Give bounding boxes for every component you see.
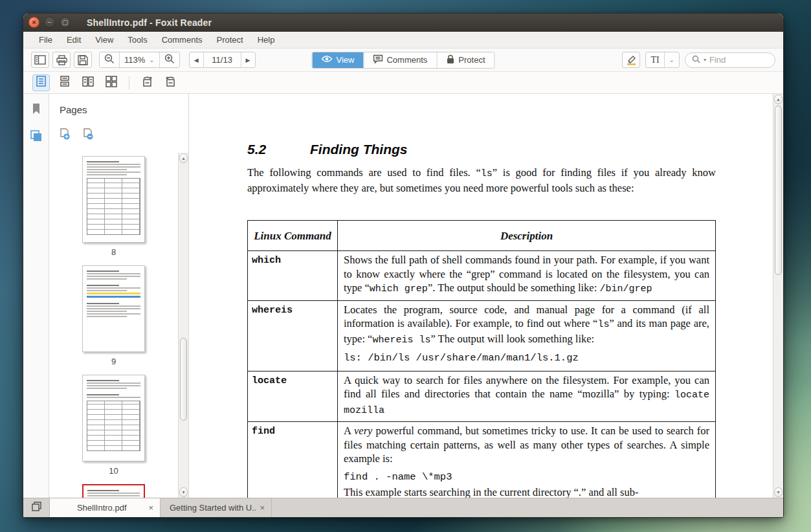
rotate-left-icon [164,76,177,89]
column-header-command: Linux Command [248,221,338,251]
thumbnail-preview [82,156,145,243]
description-cell: Shows the full path of shell commands fo… [338,251,716,301]
previous-page-button[interactable]: ◀ [190,52,203,67]
menu-comments[interactable]: Comments [156,33,208,47]
tab-comments-label: Comments [386,55,427,65]
document-tab-shellintro[interactable]: ShellIntro.pdf × [49,498,161,517]
description-paragraph: A quick way to search for files anywhere… [344,373,709,418]
document-tabbar: ShellIntro.pdf × Getting Started with U.… [23,498,783,517]
close-tab-icon[interactable]: × [148,503,153,513]
bookmarks-panel-button[interactable] [32,103,41,117]
pages-panel-button[interactable] [30,130,42,144]
table-row: locateA quick way to search for files an… [248,371,716,422]
app-window: × − ▢ ShellIntro.pdf - Foxit Reader File… [23,13,784,518]
main-toolbar: 113% ⌄ ◀ 11/13 ▶ [23,49,783,72]
scroll-up-arrow-icon[interactable]: ▲ [179,153,188,163]
toggle-sidebar-button[interactable] [31,52,49,68]
scroll-up-arrow-icon[interactable]: ▲ [774,94,783,104]
thumbnail-page-11-current[interactable] [82,484,145,498]
document-view[interactable]: 5.2 Finding Things The following command… [189,94,783,498]
search-options-chevron-icon: ▾ [704,58,706,63]
text-select-dropdown[interactable]: ⌄ [664,52,679,67]
minimize-window-button[interactable]: − [44,17,55,28]
thumbnail-page-10[interactable]: 10 [82,375,145,476]
enlarge-page-icon [60,131,71,142]
pages-panel-tools [49,115,188,143]
single-page-icon [36,76,46,89]
find-box[interactable]: ▾ [685,52,775,68]
zoom-level-select[interactable]: 113% ⌄ [119,52,159,67]
section-number: 5.2 [247,142,310,157]
continuous-facing-view-button[interactable] [102,74,120,91]
sidebar-scrollbar-thumb[interactable] [180,338,187,421]
command-cell: which [248,251,338,301]
find-input[interactable] [709,55,764,65]
rotate-right-button[interactable] [139,74,156,91]
menu-tools[interactable]: Tools [122,33,153,47]
intro-paragraph: The following commands are used to find … [247,166,716,195]
description-paragraph: This example starts searching in the cur… [344,485,709,498]
thumbnail-page-number: 10 [109,466,118,476]
document-tab-getting-started[interactable]: Getting Started with U... × [161,498,272,517]
menubar: File Edit View Tools Comments Protect He… [23,32,783,49]
scroll-down-arrow-icon[interactable]: ▼ [774,487,783,497]
zoom-control: 113% ⌄ [99,52,180,68]
next-page-icon: ▶ [246,57,250,63]
print-button[interactable] [52,52,71,68]
single-page-view-button[interactable] [32,74,50,91]
reduce-thumbnails-button[interactable] [83,128,94,143]
titlebar[interactable]: × − ▢ ShellIntro.pdf - Foxit Reader [23,14,783,32]
enlarge-thumbnails-button[interactable] [60,128,71,143]
rotate-left-button[interactable] [162,74,179,91]
menu-protect[interactable]: Protect [211,33,249,47]
printer-icon [56,55,67,65]
menu-help[interactable]: Help [252,33,281,47]
thumbnail-page-9[interactable]: 9 [82,265,145,366]
code-line: ls: /bin/ls /usr/share/man/man1/ls.1.gz [344,351,709,366]
page-indicator[interactable]: 11/13 [203,52,241,67]
table-row: whichShows the full path of shell comman… [248,251,716,301]
document-scrollbar-thumb[interactable] [775,105,782,275]
tab-protect[interactable]: Protect [436,52,494,68]
thumbnail-preview [82,265,145,352]
multi-window-button[interactable] [23,498,49,517]
menu-file[interactable]: File [33,33,58,47]
sidebar-scrollbar[interactable]: ▲ ▼ [178,153,188,498]
description-paragraph: Shows the full path of shell commands fo… [344,253,709,296]
continuous-pages-icon [60,76,70,90]
menu-view[interactable]: View [89,33,119,47]
description-cell: A very powerful command, but sometimes t… [338,422,716,498]
tab-view[interactable]: View [313,52,364,68]
navigation-icon-strip [23,94,49,498]
save-button[interactable] [74,52,92,68]
close-window-button[interactable]: × [28,17,39,28]
close-tab-icon[interactable]: × [260,503,265,513]
rotate-right-icon [141,76,153,89]
pages-icon [30,133,42,144]
maximize-window-button[interactable]: ▢ [60,17,71,28]
scroll-down-arrow-icon[interactable]: ▼ [179,487,188,497]
document-scrollbar[interactable]: ▲ ▼ [773,94,783,498]
zoom-level-value: 113% [124,55,145,65]
description-paragraph: Locates the program, source code, and ma… [344,303,709,348]
lock-icon [446,54,454,66]
zoom-out-button[interactable] [100,52,119,67]
command-cell: whereis [248,300,338,371]
next-page-button[interactable]: ▶ [241,52,255,67]
text-select-button[interactable]: TI [646,52,663,67]
continuous-view-button[interactable] [56,74,73,91]
thumbnail-page-8[interactable]: 8 [82,156,145,257]
zoom-in-button[interactable] [159,52,179,67]
view-mode-toolbar [23,72,783,94]
previous-page-icon: ◀ [194,57,199,63]
menu-edit[interactable]: Edit [61,33,87,47]
command-cell: find [248,422,338,498]
highlight-tool-button[interactable] [622,52,640,68]
table-row: whereisLocates the program, source code,… [248,300,716,371]
thumbnail-preview [82,375,145,461]
tab-view-label: View [337,55,355,65]
thumbnail-preview-selected [82,484,145,498]
speech-bubble-icon [373,54,383,65]
facing-view-button[interactable] [79,74,96,91]
tab-comments[interactable]: Comments [363,52,436,68]
